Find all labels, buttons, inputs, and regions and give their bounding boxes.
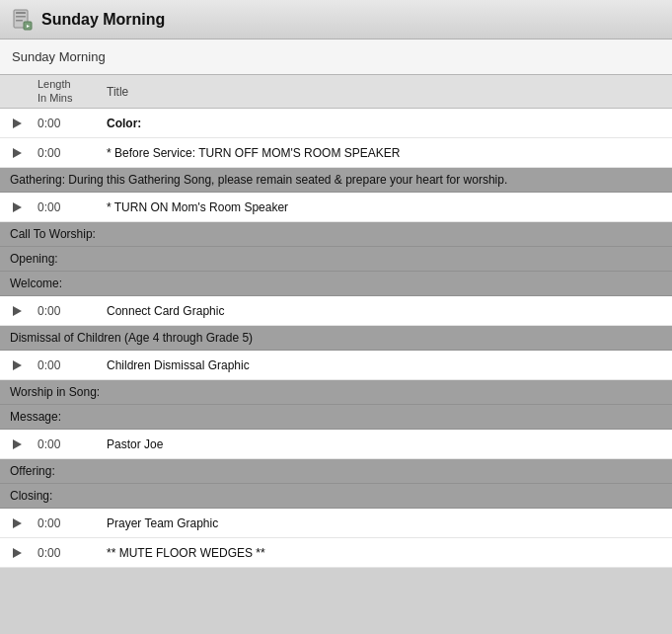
subtitle-bar: Sunday Morning — [0, 40, 672, 75]
content-area: Length In Mins Title 0:00Color:0:00* Bef… — [0, 75, 672, 568]
play-button[interactable] — [8, 144, 37, 162]
play-button[interactable] — [8, 198, 37, 216]
section-header: Closing: — [0, 484, 672, 509]
section-header: Call To Worship: — [0, 222, 672, 247]
play-icon — [8, 144, 26, 162]
section-header: Welcome: — [0, 272, 672, 296]
rows-container: 0:00Color:0:00* Before Service: TURN OFF… — [0, 109, 672, 568]
play-button[interactable] — [8, 115, 37, 132]
section-header: Worship in Song: — [0, 380, 672, 405]
svg-rect-3 — [16, 20, 23, 22]
table-row[interactable]: 0:00* Before Service: TURN OFF MOM'S ROO… — [0, 138, 672, 168]
table-row[interactable]: 0:00Prayer Team Graphic — [0, 509, 672, 538]
table-row[interactable]: 0:00* TURN ON Mom's Room Speaker — [0, 193, 672, 222]
item-time: 0:00 — [37, 117, 107, 130]
table-row[interactable]: 0:00** MUTE FLOOR WEDGES ** — [0, 538, 672, 568]
table-row[interactable]: 0:00Children Dismissal Graphic — [0, 351, 672, 380]
header-length: Length In Mins — [37, 78, 107, 104]
svg-rect-1 — [16, 12, 26, 14]
table-row[interactable]: 0:00Color: — [0, 109, 672, 138]
table-row[interactable]: 0:00Pastor Joe — [0, 430, 672, 459]
play-button[interactable] — [8, 357, 37, 374]
play-icon — [8, 436, 26, 453]
item-title: Children Dismissal Graphic — [107, 358, 664, 372]
section-header: Dismissal of Children (Age 4 through Gra… — [0, 326, 672, 351]
play-button[interactable] — [8, 436, 37, 453]
document-icon — [12, 9, 34, 31]
table-row[interactable]: 0:00Connect Card Graphic — [0, 296, 672, 326]
item-title: * Before Service: TURN OFF MOM'S ROOM SP… — [107, 146, 664, 160]
play-button[interactable] — [8, 515, 37, 532]
title-bar: Sunday Morning — [0, 0, 672, 40]
play-button[interactable] — [8, 544, 37, 562]
item-title: ** MUTE FLOOR WEDGES ** — [107, 546, 664, 560]
section-header: Opening: — [0, 247, 672, 272]
play-icon — [8, 115, 26, 132]
header-title: Title — [107, 85, 664, 99]
item-time: 0:00 — [37, 437, 107, 451]
item-time: 0:00 — [37, 516, 107, 530]
subtitle-label: Sunday Morning — [12, 49, 106, 64]
play-icon — [8, 515, 26, 532]
section-header: Message: — [0, 405, 672, 430]
table-header: Length In Mins Title — [0, 75, 672, 109]
play-button[interactable] — [8, 302, 37, 320]
item-time: 0:00 — [37, 200, 107, 214]
svg-rect-2 — [16, 16, 26, 18]
play-icon — [8, 357, 26, 374]
play-icon — [8, 302, 26, 320]
play-icon — [8, 544, 26, 562]
play-icon — [8, 198, 26, 216]
item-title: Pastor Joe — [107, 437, 664, 451]
section-header: Gathering: During this Gathering Song, p… — [0, 168, 672, 193]
window-title: Sunday Morning — [41, 11, 165, 29]
item-time: 0:00 — [37, 304, 107, 318]
item-title: Color: — [107, 117, 664, 130]
section-header: Offering: — [0, 459, 672, 484]
item-title: * TURN ON Mom's Room Speaker — [107, 200, 664, 214]
item-time: 0:00 — [37, 146, 107, 160]
item-time: 0:00 — [37, 358, 107, 372]
item-title: Connect Card Graphic — [107, 304, 664, 318]
item-title: Prayer Team Graphic — [107, 516, 664, 530]
item-time: 0:00 — [37, 546, 107, 560]
